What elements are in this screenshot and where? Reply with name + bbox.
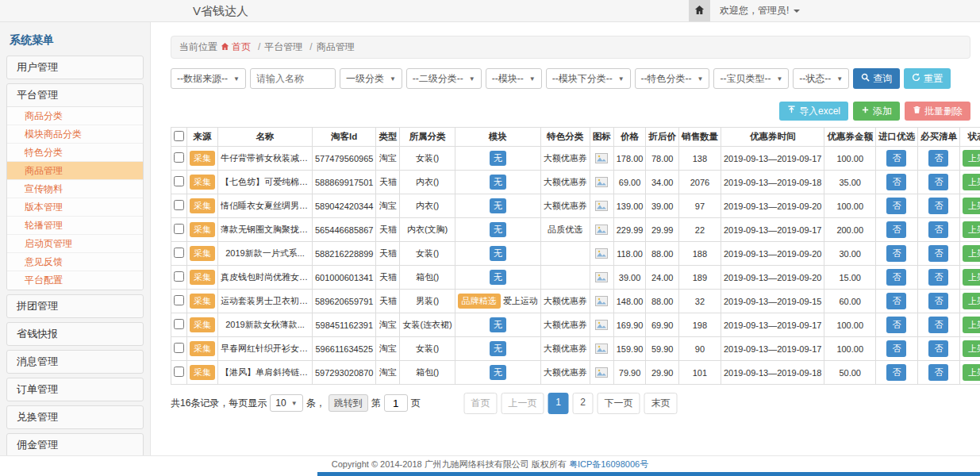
filter-select-feature-category[interactable]: --特色分类--▼	[635, 68, 710, 89]
filter-select-level2-category[interactable]: --二级分类--▼	[406, 68, 482, 89]
search-button[interactable]: 查询	[853, 68, 900, 89]
sidebar-subitem[interactable]: 版本管理	[7, 198, 143, 217]
breadcrumb-item[interactable]: 平台管理	[254, 40, 302, 54]
jump-button[interactable]: 跳转到	[329, 394, 368, 412]
user-menu[interactable]: 欢迎您，管理员!	[710, 0, 809, 21]
row-checkbox[interactable]	[174, 295, 184, 305]
sidebar: 系统菜单 用户管理平台管理商品分类模块商品分类特色分类商品管理宣传物料版本管理轮…	[0, 22, 151, 455]
sidebar-subitem[interactable]: 商品管理	[7, 162, 143, 180]
import-select-button[interactable]: 否	[886, 221, 906, 238]
filter-select-status[interactable]: --状态--▼	[793, 68, 849, 89]
sidebar-subitem[interactable]: 意见反馈	[7, 253, 143, 271]
must-buy-button[interactable]: 否	[928, 293, 948, 309]
product-name: 2019新款女秋薄款...	[221, 319, 309, 331]
status-button[interactable]: 上架	[963, 198, 980, 214]
filter-select-level1-category[interactable]: 一级分类▼	[340, 68, 402, 89]
sidebar-subitem[interactable]: 模块商品分类	[7, 125, 143, 144]
sidebar-subitem[interactable]: 特色分类	[7, 144, 143, 162]
coupon-amount: 60.00	[824, 290, 876, 313]
sales-count: 22	[678, 218, 721, 242]
sidebar-subitem[interactable]: 宣传物料	[7, 180, 143, 198]
page-button[interactable]: 2	[573, 393, 594, 414]
import-excel-button[interactable]: 导入excel	[779, 102, 848, 121]
sidebar-item[interactable]: 兑换管理	[7, 406, 143, 428]
must-buy-button[interactable]: 否	[928, 364, 948, 381]
chevron-down-icon: ▼	[618, 75, 625, 83]
filter-select-data-source[interactable]: --数据来源--▼	[171, 68, 246, 89]
table-row: 采集情侣睡衣女夏丝绸男士...589042420344淘宝内衣()无大额优惠券1…	[171, 194, 980, 218]
module-badge: 品牌精选	[458, 294, 501, 309]
import-select-button[interactable]: 否	[886, 269, 906, 286]
reset-button[interactable]: 重置	[904, 68, 951, 89]
page-button[interactable]: 首页	[464, 393, 498, 414]
status-button[interactable]: 上架	[963, 293, 980, 309]
status-button[interactable]: 上架	[963, 269, 980, 286]
sidebar-subitem[interactable]: 轮播管理	[7, 217, 143, 235]
sidebar-subitem[interactable]: 商品分类	[7, 107, 143, 125]
must-buy-button[interactable]: 否	[928, 317, 948, 333]
import-select-button[interactable]: 否	[886, 364, 906, 381]
must-buy-button[interactable]: 否	[928, 150, 948, 167]
status-button[interactable]: 上架	[963, 364, 980, 381]
must-buy-button[interactable]: 否	[928, 174, 948, 190]
sidebar-item[interactable]: 订单管理	[7, 378, 143, 401]
filter-select-module-sub-category[interactable]: --模块下分类--▼	[546, 68, 631, 89]
status-button[interactable]: 上架	[963, 245, 980, 262]
sidebar-subitem[interactable]: 启动页管理	[7, 235, 143, 253]
must-buy-button[interactable]: 否	[928, 198, 948, 214]
page-button[interactable]: 末页	[644, 393, 678, 414]
row-checkbox[interactable]	[174, 248, 184, 258]
import-select-button[interactable]: 否	[886, 317, 906, 333]
home-nav-button[interactable]	[689, 0, 710, 21]
row-checkbox[interactable]	[174, 152, 184, 163]
page-button[interactable]: 上一页	[502, 393, 544, 414]
row-checkbox[interactable]	[174, 200, 184, 210]
status-button[interactable]: 上架	[963, 174, 980, 190]
sidebar-item[interactable]: 平台管理	[7, 84, 143, 106]
import-select-button[interactable]: 否	[886, 340, 906, 357]
breadcrumb-item: 商品管理	[306, 40, 354, 54]
sidebar-item[interactable]: 省钱快报	[7, 323, 143, 345]
row-checkbox[interactable]	[174, 343, 184, 353]
sidebar-item[interactable]: 消息管理	[7, 351, 143, 373]
module-badge: 无	[490, 341, 506, 356]
must-buy-button[interactable]: 否	[928, 340, 948, 357]
page-number-input[interactable]	[384, 394, 408, 412]
sidebar-item[interactable]: 佣金管理	[7, 434, 143, 455]
import-select-button[interactable]: 否	[886, 174, 906, 190]
page-size-select[interactable]: 10 ▼	[270, 394, 302, 412]
row-checkbox[interactable]	[174, 224, 184, 234]
sidebar-subitem[interactable]: 平台配置	[7, 271, 143, 290]
status-button[interactable]: 上架	[963, 340, 980, 357]
row-checkbox[interactable]	[174, 367, 184, 377]
add-button[interactable]: 添加	[853, 102, 900, 121]
import-select-button[interactable]: 否	[886, 198, 906, 214]
import-select-button[interactable]: 否	[886, 293, 906, 309]
status-button[interactable]: 上架	[963, 150, 980, 167]
product-thumbnail	[595, 344, 608, 354]
sidebar-item[interactable]: 拼团管理	[7, 295, 143, 317]
must-buy-button[interactable]: 否	[928, 245, 948, 262]
icp-link[interactable]: 粤ICP备16098006号	[569, 459, 648, 469]
row-checkbox[interactable]	[174, 319, 184, 329]
batch-delete-button[interactable]: 批量删除	[905, 102, 970, 121]
must-buy-button[interactable]: 否	[928, 221, 948, 238]
row-checkbox[interactable]	[174, 271, 184, 282]
chevron-down-icon: ▼	[776, 75, 782, 83]
import-select-button[interactable]: 否	[886, 245, 906, 262]
must-buy-button[interactable]: 否	[928, 269, 948, 286]
breadcrumb-home-link[interactable]: 首页	[221, 40, 251, 54]
page-button[interactable]: 下一页	[598, 393, 640, 414]
page-button[interactable]: 1	[548, 393, 569, 414]
filter-select-item-type[interactable]: --宝贝类型--▼	[713, 68, 789, 89]
select-all-checkbox[interactable]	[174, 131, 184, 141]
status-button[interactable]: 上架	[963, 317, 980, 333]
name-search-input[interactable]	[250, 68, 336, 89]
status-button[interactable]: 上架	[963, 221, 980, 238]
filter-select-module[interactable]: --模块--▼	[486, 68, 542, 89]
product-name: 【七色纺】可爱纯棉家...	[221, 176, 309, 188]
import-select-button[interactable]: 否	[886, 150, 906, 167]
sidebar-group: 订单管理	[6, 378, 144, 401]
row-checkbox[interactable]	[174, 176, 184, 186]
sidebar-item[interactable]: 用户管理	[7, 56, 143, 79]
